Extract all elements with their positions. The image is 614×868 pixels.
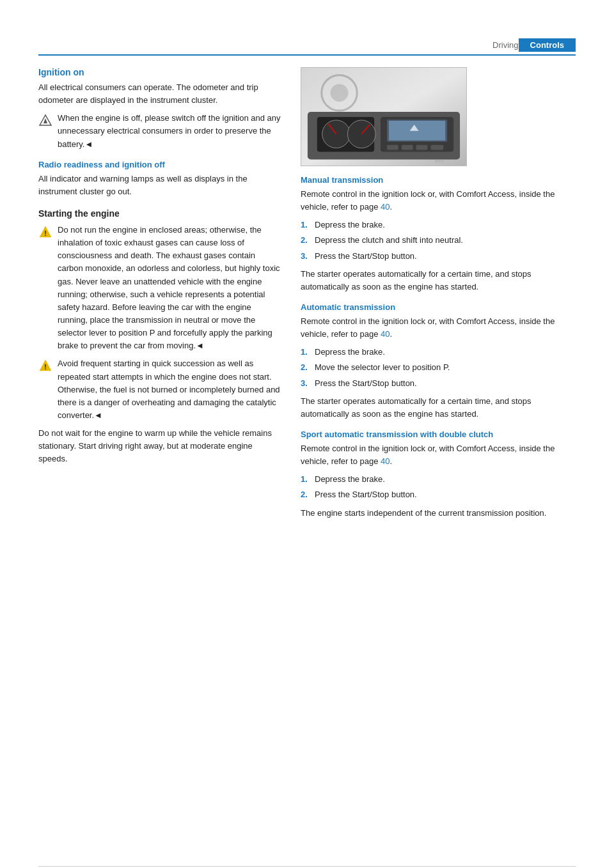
header-controls-label: Controls xyxy=(519,38,576,52)
note-triangle-icon xyxy=(38,112,52,127)
auto-page-link[interactable]: 40 xyxy=(381,329,390,339)
auto-step-num-3: 3. xyxy=(301,377,312,390)
starting-engine-warning1-box: ! Do not run the engine in enclosed area… xyxy=(38,224,281,352)
auto-step-3: 3.Press the Start/Stop button. xyxy=(301,377,576,390)
starting-engine-warning1-text: Do not run the engine in enclosed areas;… xyxy=(58,224,281,352)
starting-engine-para2: Do not wait for the engine to warm up wh… xyxy=(38,427,281,465)
step-num-3: 3. xyxy=(301,250,312,263)
sport-step-1: 1.Depress the brake. xyxy=(301,473,576,486)
content-area: Ignition on All electrical consumers can… xyxy=(0,67,614,525)
auto-step-1: 1.Depress the brake. xyxy=(301,346,576,359)
svg-rect-18 xyxy=(387,145,398,150)
ignition-on-para1: All electrical consumers can operate. Th… xyxy=(38,81,281,107)
automatic-transmission-heading: Automatic transmission xyxy=(301,302,576,312)
sport-step-num-2: 2. xyxy=(301,488,312,501)
manual-transmission-heading: Manual transmission xyxy=(301,175,576,185)
header-driving-label: Driving xyxy=(492,40,518,50)
ignition-on-section: Ignition on All electrical consumers can… xyxy=(38,67,281,151)
starting-engine-heading: Starting the engine xyxy=(38,208,281,219)
sport-automatic-heading: Sport automatic transmission with double… xyxy=(301,430,576,439)
manual-step-2: 2.Depress the clutch and shift into neut… xyxy=(301,234,576,247)
manual-step-2-text: Depress the clutch and shift into neutra… xyxy=(315,234,463,247)
ignition-on-note-text: When the engine is off, please switch of… xyxy=(58,112,281,150)
svg-marker-1 xyxy=(43,118,47,123)
sport-step-2: 2.Press the Start/Stop button. xyxy=(301,488,576,501)
sport-automatic-intro: Remote control in the ignition lock or, … xyxy=(301,442,576,468)
page-container: Driving Controls Ignition on All electri… xyxy=(0,38,614,868)
sport-automatic-section: Sport automatic transmission with double… xyxy=(301,430,576,520)
warning-triangle-icon-1: ! xyxy=(38,224,52,238)
automatic-transmission-note: The starter operates automatically for a… xyxy=(301,395,576,421)
manual-step-1: 1.Depress the brake. xyxy=(301,219,576,231)
dashboard-image: BMW xyxy=(301,67,467,166)
header-bar: Driving Controls xyxy=(38,38,576,56)
ignition-on-heading: Ignition on xyxy=(38,67,281,77)
auto-step-1-text: Depress the brake. xyxy=(315,346,385,359)
svg-rect-19 xyxy=(402,145,413,150)
sport-step-2-text: Press the Start/Stop button. xyxy=(315,488,417,501)
radio-readiness-section: Radio readiness and ignition off All ind… xyxy=(38,160,281,198)
sport-automatic-note: The engine starts independent of the cur… xyxy=(301,507,576,520)
svg-rect-20 xyxy=(416,145,428,150)
automatic-transmission-steps: 1.Depress the brake. 2.Move the selector… xyxy=(301,346,576,389)
sport-page-link[interactable]: 40 xyxy=(381,456,390,466)
svg-text:!: ! xyxy=(44,363,47,371)
manual-page-link[interactable]: 40 xyxy=(381,202,390,212)
warning-triangle-icon-2: ! xyxy=(38,358,52,372)
sport-step-num-1: 1. xyxy=(301,473,312,486)
radio-readiness-heading: Radio readiness and ignition off xyxy=(38,160,281,169)
left-column: Ignition on All electrical consumers can… xyxy=(38,67,281,525)
starting-engine-section: Starting the engine ! Do not run the eng… xyxy=(38,208,281,466)
auto-step-3-text: Press the Start/Stop button. xyxy=(315,377,417,390)
step-num-2: 2. xyxy=(301,234,312,247)
ignition-on-note-box: When the engine is off, please switch of… xyxy=(38,112,281,150)
auto-step-num-2: 2. xyxy=(301,361,312,374)
manual-transmission-steps: 1.Depress the brake. 2.Depress the clutc… xyxy=(301,219,576,262)
dashboard-svg: BMW xyxy=(301,67,466,166)
automatic-transmission-intro: Remote control in the ignition lock or, … xyxy=(301,315,576,341)
sport-automatic-steps: 1.Depress the brake. 2.Press the Start/S… xyxy=(301,473,576,501)
right-column: BMW Manual transmission Remote control i… xyxy=(301,67,576,525)
manual-transmission-intro: Remote control in the ignition lock or, … xyxy=(301,188,576,213)
svg-rect-21 xyxy=(430,145,443,150)
dashboard-image-container: BMW xyxy=(301,67,576,166)
manual-transmission-note: The starter operates automatically for a… xyxy=(301,268,576,293)
svg-point-11 xyxy=(347,120,375,148)
auto-step-2-text: Move the selector lever to position P. xyxy=(315,361,450,374)
manual-transmission-section: Manual transmission Remote control in th… xyxy=(301,175,576,293)
starting-engine-warning2-text: Avoid frequent starting in quick success… xyxy=(58,357,281,422)
radio-readiness-para1: All indicator and warning lamps as well … xyxy=(38,173,281,198)
sport-step-1-text: Depress the brake. xyxy=(315,473,385,486)
automatic-transmission-section: Automatic transmission Remote control in… xyxy=(301,302,576,421)
svg-text:!: ! xyxy=(44,229,47,237)
auto-step-2: 2.Move the selector lever to position P. xyxy=(301,361,576,374)
svg-point-23 xyxy=(331,84,349,102)
manual-step-3: 3.Press the Start/Stop button. xyxy=(301,250,576,263)
manual-step-1-text: Depress the brake. xyxy=(315,219,385,231)
svg-text:BMW: BMW xyxy=(435,159,445,163)
auto-step-num-1: 1. xyxy=(301,346,312,359)
manual-step-3-text: Press the Start/Stop button. xyxy=(315,250,417,263)
starting-engine-warning2-box: ! Avoid frequent starting in quick succe… xyxy=(38,357,281,422)
step-num-1: 1. xyxy=(301,219,312,231)
